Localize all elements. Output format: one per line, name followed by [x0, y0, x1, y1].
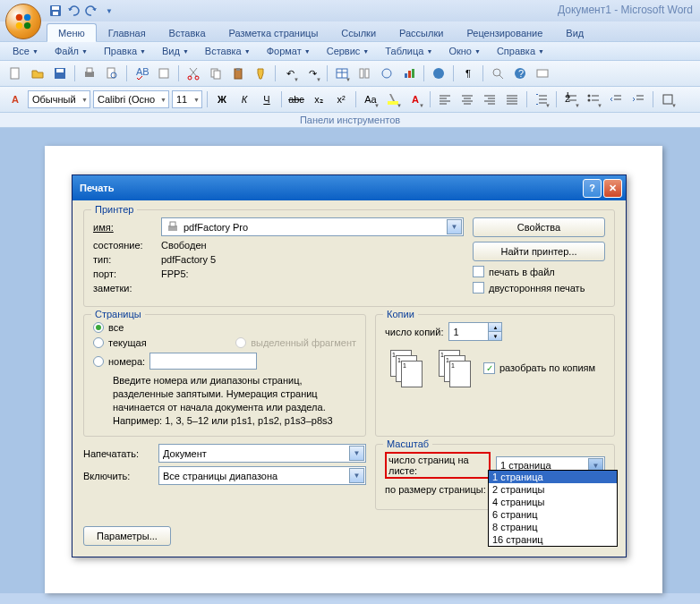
parameters-button[interactable]: Параметры...	[83, 526, 171, 546]
chevron-down-icon[interactable]: ▼	[447, 219, 462, 234]
menu-edit[interactable]: Правка▼	[97, 44, 153, 58]
tab-home[interactable]: Главная	[97, 23, 158, 41]
svg-point-0	[16, 14, 22, 21]
menu-table[interactable]: Таблица▼	[378, 44, 440, 58]
open-icon[interactable]	[28, 64, 47, 83]
office-button[interactable]	[5, 4, 41, 39]
state-value: Свободен	[161, 240, 207, 251]
size-combo[interactable]: 11▼	[172, 90, 202, 108]
new-doc-icon[interactable]	[5, 64, 25, 83]
text-effects-icon[interactable]: Aa▼	[361, 89, 380, 109]
font-color-icon[interactable]: A▼	[405, 89, 425, 109]
style-combo[interactable]: Обычный▼	[28, 90, 90, 108]
strike-icon[interactable]: abc	[286, 89, 306, 109]
show-marks-icon[interactable]: ¶	[458, 64, 478, 83]
dropdown-option[interactable]: 4 страницы	[489, 496, 617, 508]
tab-insert[interactable]: Вставка	[158, 23, 218, 41]
align-justify-icon[interactable]	[502, 89, 522, 109]
format-painter-icon[interactable]	[251, 64, 270, 83]
cut-icon[interactable]	[184, 64, 203, 83]
duplex-checkbox[interactable]: двусторонняя печать	[473, 282, 605, 293]
undo-icon-2[interactable]: ↶▼	[280, 64, 300, 83]
menu-window[interactable]: Окно▼	[441, 44, 488, 58]
pages-numbers-input[interactable]	[149, 353, 257, 370]
italic-icon[interactable]: К	[235, 89, 254, 109]
printer-name-combo[interactable]: pdfFactory Pro ▼	[161, 217, 464, 236]
line-spacing-icon[interactable]: ▼	[532, 89, 551, 109]
dropdown-option[interactable]: 2 страницы	[489, 483, 617, 496]
menu-all[interactable]: Все▼	[5, 44, 46, 58]
spin-up-icon[interactable]: ▲	[488, 323, 501, 332]
menu-tools[interactable]: Сервис▼	[320, 44, 377, 58]
align-left-icon[interactable]	[435, 89, 455, 109]
print-icon[interactable]	[80, 64, 99, 83]
pages-current-radio[interactable]: текущая	[93, 337, 147, 348]
dropdown-option[interactable]: 16 страниц	[489, 533, 617, 546]
redo-icon-2[interactable]: ↷▼	[303, 64, 322, 83]
tab-layout[interactable]: Разметка страницы	[218, 23, 330, 41]
save-icon-2[interactable]	[50, 64, 70, 83]
menu-insert[interactable]: Вставка▼	[198, 44, 258, 58]
include-combo[interactable]: Все страницы диапазона▼	[158, 466, 366, 485]
columns-icon[interactable]	[354, 64, 374, 83]
tab-mail[interactable]: Рассылки	[388, 23, 455, 41]
align-right-icon[interactable]	[480, 89, 499, 109]
properties-button[interactable]: Свойства	[473, 217, 605, 237]
menu-view[interactable]: Вид▼	[155, 44, 196, 58]
menu-format[interactable]: Формат▼	[260, 44, 318, 58]
menu-file[interactable]: Файл▼	[47, 44, 95, 58]
tab-menu[interactable]: Меню	[47, 23, 97, 42]
dropdown-option[interactable]: 1 страница	[489, 471, 617, 483]
pages-fieldset: Страницы все текущая выделенный фрагмент…	[83, 314, 366, 437]
find-printer-button[interactable]: Найти принтер...	[473, 242, 605, 261]
svg-text:?: ?	[518, 68, 524, 79]
borders-icon[interactable]: ▼	[658, 89, 678, 109]
font-combo[interactable]: Calibri (Осно▼	[93, 90, 169, 108]
bold-icon[interactable]: Ж	[212, 89, 232, 109]
indent-icon[interactable]	[628, 89, 648, 109]
underline-icon[interactable]: Ч	[257, 89, 277, 109]
spin-down-icon[interactable]: ▼	[488, 332, 501, 340]
svg-point-32	[493, 69, 500, 76]
undo-icon[interactable]	[66, 4, 81, 18]
dialog-help-button[interactable]: ?	[583, 179, 602, 198]
print-to-file-checkbox[interactable]: печать в файл	[473, 266, 605, 277]
copies-spinner[interactable]: 1 ▲▼	[448, 322, 502, 341]
zoom-in-icon[interactable]	[488, 64, 508, 83]
tab-review[interactable]: Рецензирование	[455, 23, 554, 41]
align-center-icon[interactable]	[457, 89, 477, 109]
dropdown-option[interactable]: 8 страниц	[489, 521, 617, 533]
numbering-icon[interactable]: 12▼	[561, 89, 581, 109]
spell-icon[interactable]: ABC	[132, 64, 151, 83]
chart-icon[interactable]	[399, 64, 419, 83]
pages-all-radio[interactable]: все	[93, 322, 356, 333]
redo-icon[interactable]	[84, 4, 98, 18]
research-icon[interactable]	[154, 64, 174, 83]
outdent-icon[interactable]	[606, 89, 626, 109]
copy-icon[interactable]	[206, 64, 226, 83]
copies-fieldset: Копии число копий: 1 ▲▼ 111 111 ✓разобра…	[375, 314, 615, 437]
style-icon[interactable]: A	[5, 89, 25, 109]
paste-icon[interactable]	[228, 64, 248, 83]
preview-icon[interactable]	[102, 64, 122, 83]
bullets-icon[interactable]: ▼	[584, 89, 603, 109]
read-mode-icon[interactable]	[533, 64, 552, 83]
dialog-close-button[interactable]: ✕	[603, 179, 622, 198]
superscript-icon[interactable]: x²	[331, 89, 351, 109]
subscript-icon[interactable]: x₂	[309, 89, 329, 109]
table-icon[interactable]: ▼	[332, 64, 352, 83]
save-icon[interactable]	[48, 4, 63, 18]
hyperlink-icon[interactable]	[429, 64, 448, 83]
qat-dropdown-icon[interactable]: ▼	[102, 4, 116, 18]
menu-help[interactable]: Справка▼	[490, 44, 551, 58]
tab-refs[interactable]: Ссылки	[329, 23, 388, 41]
print-what-combo[interactable]: Документ▼	[158, 444, 366, 463]
tab-view[interactable]: Вид	[554, 23, 595, 41]
collate-checkbox[interactable]: ✓разобрать по копиям	[483, 362, 595, 374]
highlight-icon[interactable]: ▼	[383, 89, 403, 109]
dropdown-option[interactable]: 6 страниц	[489, 508, 617, 521]
pages-numbers-radio[interactable]: номера:	[93, 353, 356, 370]
drawing-icon[interactable]	[377, 64, 397, 83]
help-icon[interactable]: ?	[510, 64, 530, 83]
svg-rect-6	[53, 12, 58, 15]
